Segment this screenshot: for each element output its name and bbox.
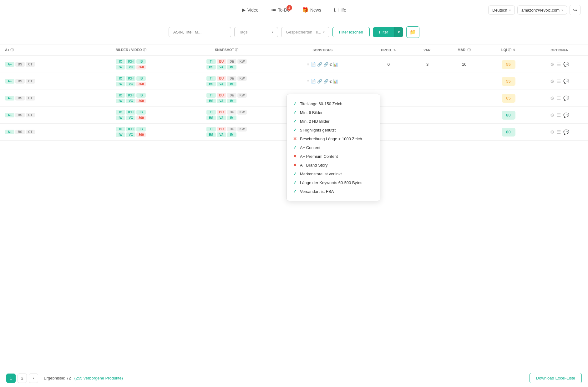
sonstiges-icon[interactable]: 🔗 xyxy=(323,79,328,84)
bilder-cell: ICICHIBIWVC360 xyxy=(89,124,173,141)
options-cell: ⚙☰💬 xyxy=(531,73,588,90)
settings-icon[interactable]: ⚙ xyxy=(550,129,554,135)
sonstiges-icon[interactable]: ≡ xyxy=(307,79,310,84)
lqi-sort-icon[interactable]: ⇅ xyxy=(513,49,515,52)
sonstiges-icon[interactable]: 📊 xyxy=(333,62,338,67)
popup-item: ✓Titellänge 60-150 Zeich. xyxy=(293,99,374,108)
comment-icon[interactable]: 💬 xyxy=(563,129,569,135)
comment-icon[interactable]: 💬 xyxy=(563,79,569,84)
comment-icon[interactable]: 💬 xyxy=(563,95,569,101)
account-dropdown[interactable]: amazon@revoic.com ▾ xyxy=(517,5,567,14)
news-icon: 🎁 xyxy=(302,7,308,13)
list-icon[interactable]: ☰ xyxy=(557,95,561,101)
mar-info-icon[interactable]: ⓘ xyxy=(467,48,471,52)
bilder-cell: ICICHIBIWVC360 xyxy=(89,90,173,107)
snapshot-cell: TIBUDEKWBSVAIM xyxy=(173,73,280,90)
filter-button-group: Filter ▾ xyxy=(373,27,403,37)
settings-icon[interactable]: ⚙ xyxy=(550,62,554,67)
col-snapshot: SNAPSHOT ⓘ xyxy=(173,44,280,56)
popup-item: ✓Min. 6 Bilder xyxy=(293,108,374,117)
lqi-info-icon[interactable]: ⓘ xyxy=(508,48,511,52)
sonstiges-icon[interactable]: € xyxy=(330,62,332,67)
mar-cell xyxy=(443,73,486,90)
prob-cell xyxy=(365,73,412,90)
sonstiges-icon[interactable]: € xyxy=(330,79,332,84)
aplus-cell: A+BSCT xyxy=(0,124,89,141)
language-dropdown[interactable]: Deutsch ▾ xyxy=(488,5,515,14)
sonstiges-icon[interactable]: 📊 xyxy=(333,79,338,84)
folder-button[interactable]: 📁 xyxy=(406,26,419,38)
sonstiges-cell: ≡📄🔗🔗€📊 xyxy=(280,73,365,90)
prob-sort-icon[interactable]: ⇅ xyxy=(393,49,396,52)
saved-filter-placeholder: Gespeicherten Fil... xyxy=(286,30,321,34)
list-icon[interactable]: ☰ xyxy=(557,112,561,118)
table-row: A+BSCTICICHIBIWVC360TIBUDEKWBSVAIM≡📄🔗🔗€📊… xyxy=(0,56,588,73)
check-icon: ✓ xyxy=(293,101,297,106)
aplus-cell: A+BSCT xyxy=(0,73,89,90)
popup-item-text: Min. 6 Bilder xyxy=(300,110,322,115)
var-cell xyxy=(412,107,443,124)
lqi-cell[interactable]: 65 xyxy=(486,90,531,107)
lqi-cell[interactable]: 55 xyxy=(486,56,531,73)
clear-filter-button[interactable]: Filter löschen xyxy=(332,27,370,37)
bilder-info-icon[interactable]: ⓘ xyxy=(143,48,146,52)
aplus-cell: A+BSCT xyxy=(0,107,89,124)
check-icon: ✓ xyxy=(293,127,297,132)
settings-icon[interactable]: ⚙ xyxy=(550,79,554,84)
snapshot-cell: TIBUDEKWBSVAIM xyxy=(173,56,280,73)
nav-news[interactable]: 🎁 News xyxy=(302,7,321,13)
comment-icon[interactable]: 💬 xyxy=(563,112,569,118)
settings-icon[interactable]: ⚙ xyxy=(550,112,554,118)
top-nav: ▶ Video ≔ To-Do 4 🎁 News ℹ Hilfe Deutsch… xyxy=(0,0,588,20)
nav-todo[interactable]: ≔ To-Do 4 xyxy=(271,7,290,13)
sonstiges-icon[interactable]: 📄 xyxy=(311,79,316,84)
lqi-cell[interactable]: 80 xyxy=(486,107,531,124)
mar-cell xyxy=(443,107,486,124)
sonstiges-icon[interactable]: 📄 xyxy=(311,62,316,67)
aplus-info-icon[interactable]: ⓘ xyxy=(10,48,14,52)
nav-video-label: Video xyxy=(247,8,259,13)
list-icon[interactable]: ☰ xyxy=(557,79,561,84)
search-input[interactable] xyxy=(169,27,231,37)
check-icon: ✓ xyxy=(293,119,297,124)
col-prob: PROB. ⇅ xyxy=(365,44,412,56)
mar-cell: 10 xyxy=(443,56,486,73)
popup-item-text: 5 Highlights genutzt xyxy=(300,128,336,132)
options-cell: ⚙☰💬 xyxy=(531,90,588,107)
hilfe-icon: ℹ xyxy=(334,7,336,13)
sonstiges-icon[interactable]: 🔗 xyxy=(317,62,322,67)
list-icon[interactable]: ☰ xyxy=(557,62,561,67)
table-row: A+BSCTICICHIBIWVC360TIBUDEKWBSVAIM≡📄🔗🔗€📊… xyxy=(0,73,588,90)
lqi-cell[interactable]: 55 xyxy=(486,73,531,90)
tags-dropdown[interactable]: Tags ▾ xyxy=(234,27,278,37)
var-cell xyxy=(412,73,443,90)
lqi-cell[interactable]: 80 xyxy=(486,124,531,141)
nav-hilfe-label: Hilfe xyxy=(337,8,346,13)
nav-video[interactable]: ▶ Video xyxy=(242,7,259,13)
saved-filter-dropdown[interactable]: Gespeicherten Fil... ▾ xyxy=(281,27,329,37)
filter-arrow-button[interactable]: ▾ xyxy=(394,27,403,37)
sonstiges-icon[interactable]: ≡ xyxy=(307,62,310,67)
col-var: VAR. xyxy=(412,44,443,56)
popup-item: ✓Min. 2 HD Bilder xyxy=(293,117,374,126)
video-icon: ▶ xyxy=(242,7,246,13)
popup-item: ✓5 Highlights genutzt xyxy=(293,126,374,134)
var-cell: 3 xyxy=(412,56,443,73)
tags-arrow-icon: ▾ xyxy=(272,30,273,34)
popup-item-text: Titellänge 60-150 Zeich. xyxy=(300,101,343,106)
snapshot-cell: TIBUDEKWBSVAIM xyxy=(173,107,280,124)
options-cell: ⚙☰💬 xyxy=(531,56,588,73)
snapshot-info-icon[interactable]: ⓘ xyxy=(235,48,238,52)
aplus-cell: A+BSCT xyxy=(0,90,89,107)
list-icon[interactable]: ☰ xyxy=(557,129,561,135)
sonstiges-icon[interactable]: 🔗 xyxy=(317,79,322,84)
tags-placeholder: Tags xyxy=(239,30,247,34)
filter-apply-button[interactable]: Filter xyxy=(373,27,394,37)
comment-icon[interactable]: 💬 xyxy=(563,62,569,67)
sonstiges-icon[interactable]: 🔗 xyxy=(323,62,328,67)
settings-icon[interactable]: ⚙ xyxy=(550,95,554,101)
mar-cell xyxy=(443,90,486,107)
snapshot-cell: TIBUDEKWBSVAIM xyxy=(173,124,280,141)
logout-button[interactable]: ↪ xyxy=(570,5,580,15)
nav-hilfe[interactable]: ℹ Hilfe xyxy=(334,7,346,13)
